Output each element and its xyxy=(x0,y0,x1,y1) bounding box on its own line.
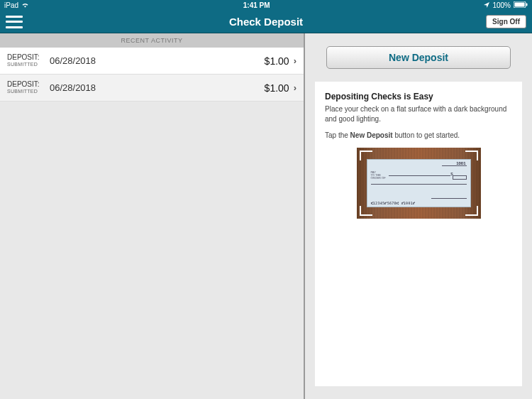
activity-row[interactable]: DEPOSIT:SUBMITTED06/28/2018$1.00› xyxy=(0,48,304,75)
status-time: 1:41 PM xyxy=(243,1,270,9)
location-icon xyxy=(484,1,489,9)
check-payto-label: PAY TO THE ORDER OF xyxy=(371,171,387,180)
info-text-2b: button to get started. xyxy=(393,131,460,139)
nav-bar: Check Deposit Sign Off xyxy=(0,11,532,33)
activity-date: 06/28/2018 xyxy=(50,82,265,93)
info-card: Depositing Checks is Easy Place your che… xyxy=(315,82,522,386)
check-illustration: 1001 PAY TO THE ORDER OF $ ⑆12345⑈5678⑆ … xyxy=(357,148,481,219)
activity-list: DEPOSIT:SUBMITTED06/28/2018$1.00›DEPOSIT… xyxy=(0,48,304,102)
battery-icon xyxy=(514,1,528,9)
left-pane: RECENT ACTIVITY DEPOSIT:SUBMITTED06/28/2… xyxy=(0,33,305,399)
body: RECENT ACTIVITY DEPOSIT:SUBMITTED06/28/2… xyxy=(0,33,532,399)
page-title: Check Deposit xyxy=(0,16,532,28)
right-pane: New Deposit Depositing Checks is Easy Pl… xyxy=(305,33,532,399)
activity-label: DEPOSIT:SUBMITTED xyxy=(7,80,47,94)
device-label: iPad xyxy=(4,1,18,9)
activity-date: 06/28/2018 xyxy=(50,55,265,66)
info-text-2bold: New Deposit xyxy=(350,131,393,139)
recent-activity-header: RECENT ACTIVITY xyxy=(0,33,304,48)
check-micr: ⑆12345⑈5678⑆ ⑈1001⑈ xyxy=(371,201,416,205)
menu-button[interactable] xyxy=(6,16,23,28)
frame-corner xyxy=(465,206,478,216)
svg-rect-1 xyxy=(514,3,524,7)
check-image: 1001 PAY TO THE ORDER OF $ ⑆12345⑈5678⑆ … xyxy=(367,159,471,207)
chevron-right-icon: › xyxy=(294,55,297,66)
wifi-icon xyxy=(21,1,29,9)
info-text-2a: Tap the xyxy=(325,131,350,139)
battery-percent: 100% xyxy=(492,1,511,9)
info-text-2: Tap the New Deposit button to get starte… xyxy=(325,131,512,141)
device-frame: iPad 1:41 PM 100% Check Deposit Sign Off… xyxy=(0,0,532,399)
frame-corner xyxy=(360,206,372,216)
new-deposit-button[interactable]: New Deposit xyxy=(326,46,511,69)
activity-label: DEPOSIT:SUBMITTED xyxy=(7,53,47,67)
activity-row[interactable]: DEPOSIT:SUBMITTED06/28/2018$1.00› xyxy=(0,75,304,102)
svg-rect-2 xyxy=(526,4,527,6)
activity-amount: $1.00 xyxy=(265,82,289,94)
sign-off-button[interactable]: Sign Off xyxy=(486,15,526,28)
activity-amount: $1.00 xyxy=(265,55,289,67)
info-title: Depositing Checks is Easy xyxy=(325,92,512,102)
chevron-right-icon: › xyxy=(294,82,297,93)
info-text-1: Place your check on a flat surface with … xyxy=(325,104,512,124)
status-bar: iPad 1:41 PM 100% xyxy=(0,0,532,11)
